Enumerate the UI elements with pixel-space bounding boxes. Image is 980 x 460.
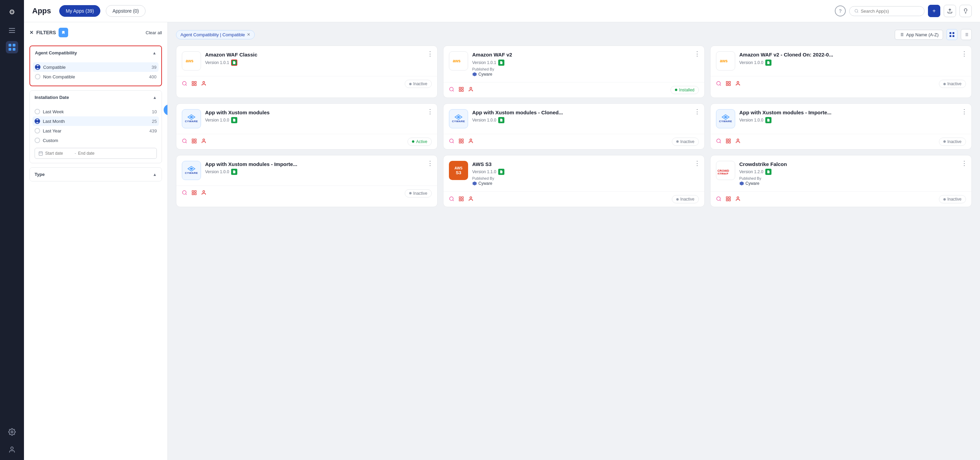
list-view-button[interactable]	[961, 29, 972, 40]
app-action-grid[interactable]	[725, 81, 731, 87]
scroll-right-button[interactable]: ❯	[164, 105, 168, 115]
save-filter-icon[interactable]	[59, 28, 68, 37]
app-card-xustom-imported2: CYWARE App with Xustom modules - Importe…	[176, 155, 438, 208]
filter-section-agent-header[interactable]: Agent Compatibility ▲	[30, 46, 161, 60]
tab-appstore[interactable]: Appstore (0)	[106, 5, 145, 17]
aws-logo-image: aws	[719, 57, 732, 65]
sidebar-hamburger[interactable]	[6, 25, 18, 36]
tab-my-apps[interactable]: My Apps (39)	[59, 5, 100, 17]
remove-filter-button[interactable]: ✕	[247, 32, 250, 37]
filter-option-last-year[interactable]: Last Year 439	[35, 126, 157, 136]
installation-date-chevron: ▲	[153, 95, 157, 100]
filter-option-non-compatible[interactable]: Non Compatible 400	[35, 72, 156, 81]
app-action-grid[interactable]	[725, 196, 731, 203]
svg-point-84	[203, 190, 204, 192]
app-action-grid[interactable]	[191, 138, 197, 145]
aws-logo-image: aws	[185, 57, 198, 65]
apps-grid: aws Amazon WAF Classic Version 1.0.1	[176, 46, 972, 207]
more-options-button[interactable]: ⋮	[694, 160, 700, 167]
filter-option-last-month[interactable]: Last Month 25	[33, 116, 159, 126]
app-action-user[interactable]	[468, 87, 474, 93]
import-button[interactable]	[944, 5, 956, 17]
close-filters-icon[interactable]: ✕	[29, 30, 33, 35]
add-app-button[interactable]: +	[928, 5, 940, 17]
clear-all-button[interactable]: Clear all	[146, 30, 162, 35]
svg-point-68	[470, 139, 471, 141]
app-action-search[interactable]	[449, 196, 454, 203]
filter-section-date-header[interactable]: Installation Date ▲	[30, 91, 162, 104]
app-action-user[interactable]	[468, 138, 474, 145]
grid-view-button[interactable]	[947, 29, 958, 40]
svg-point-79	[183, 190, 186, 194]
svg-text:aws: aws	[720, 59, 728, 63]
app-card-top: aws Amazon WAF v2 Version 1.0.1	[444, 46, 704, 82]
sidebar-item-user[interactable]	[6, 444, 18, 456]
app-card-xustom: CYWARE App with Xustom modules Version 1…	[176, 103, 438, 149]
svg-point-47	[717, 81, 721, 85]
more-options-button[interactable]: ⋮	[961, 160, 967, 167]
header-right: ? +	[835, 5, 972, 17]
search-input[interactable]	[861, 9, 920, 14]
app-action-grid[interactable]	[458, 196, 464, 203]
app-action-user[interactable]	[201, 138, 207, 145]
search-box[interactable]	[849, 6, 924, 16]
app-action-grid[interactable]	[191, 81, 197, 87]
start-date-input[interactable]	[45, 151, 73, 156]
app-name: App with Xustom modules - Importe...	[205, 161, 432, 168]
app-action-search[interactable]	[716, 196, 721, 203]
app-action-user[interactable]	[735, 196, 741, 203]
more-options-button[interactable]: ⋮	[694, 50, 700, 57]
app-logo-aws: aws	[716, 51, 735, 70]
more-options-button[interactable]: ⋮	[961, 108, 967, 115]
app-action-user[interactable]	[468, 196, 474, 203]
app-card-bottom: Inactive	[711, 76, 971, 91]
version-icon	[498, 60, 504, 66]
app-card-bottom: Inactive	[444, 191, 704, 207]
app-action-search[interactable]	[449, 138, 454, 145]
svg-rect-49	[729, 81, 730, 83]
filter-option-custom[interactable]: Custom	[35, 136, 157, 145]
more-options-button[interactable]: ⋮	[427, 108, 433, 115]
cyware-icon	[472, 72, 477, 77]
app-action-search[interactable]	[182, 138, 187, 145]
svg-rect-82	[192, 193, 194, 195]
app-card-top: CYWARE App with Xustom modules - Importe…	[711, 104, 971, 134]
filter-option-compatible[interactable]: Compatible 39	[33, 62, 159, 72]
end-date-input[interactable]	[78, 151, 105, 156]
app-action-user[interactable]	[735, 81, 741, 87]
lightbulb-button[interactable]	[959, 5, 972, 17]
app-action-user[interactable]	[735, 138, 741, 145]
app-action-search[interactable]	[182, 190, 187, 197]
more-options-button[interactable]: ⋮	[427, 50, 433, 57]
app-action-grid[interactable]	[458, 87, 464, 93]
help-icon[interactable]: ?	[835, 5, 846, 16]
more-options-button[interactable]: ⋮	[427, 160, 433, 167]
svg-rect-80	[192, 190, 194, 192]
app-action-grid[interactable]	[725, 138, 731, 145]
app-info: App with Xustom modules - Importe... Ver…	[739, 109, 966, 124]
app-action-search[interactable]	[716, 81, 721, 87]
version-icon	[231, 60, 237, 66]
app-action-user[interactable]	[201, 190, 207, 197]
filter-section-type-header[interactable]: Type ▲	[30, 168, 162, 181]
more-options-button[interactable]: ⋮	[694, 108, 700, 115]
app-action-search[interactable]	[182, 81, 187, 87]
app-action-search[interactable]	[449, 87, 454, 93]
more-options-button[interactable]: ⋮	[961, 50, 967, 57]
filter-title-container: ✕ FILTERS	[29, 28, 68, 37]
sidebar-item-grid[interactable]	[6, 41, 18, 53]
search-icon	[854, 9, 859, 13]
app-action-grid[interactable]	[191, 190, 197, 197]
app-logo-aws: aws	[449, 51, 468, 70]
app-info: Amazon WAF Classic Version 1.0.1	[205, 51, 432, 66]
sidebar-item-settings[interactable]	[6, 426, 18, 438]
app-action-user[interactable]	[201, 81, 207, 87]
app-action-grid[interactable]	[458, 138, 464, 145]
filter-option-last-week[interactable]: Last Week 10	[35, 107, 157, 116]
app-card-amazon-waf-v2-cloned: aws Amazon WAF v2 - Cloned On: 2022-0...…	[710, 46, 972, 98]
svg-rect-66	[459, 141, 461, 143]
sort-button[interactable]: App Name (A-Z)	[895, 30, 943, 40]
app-action-search[interactable]	[716, 138, 721, 145]
active-filters: Agent Compatibility | Compatible ✕	[176, 30, 255, 40]
date-range-picker[interactable]: -	[35, 148, 157, 159]
